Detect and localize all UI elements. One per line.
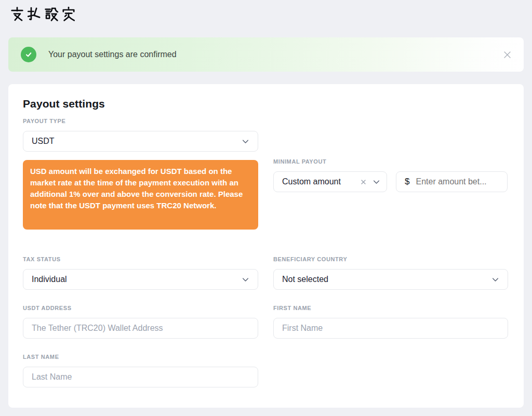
minimal-payout-mode-value: Custom amount (282, 177, 341, 186)
last-name-label: LAST NAME (23, 353, 258, 360)
chevron-down-icon (242, 276, 249, 284)
beneficiary-country-select[interactable]: Not selected (273, 269, 508, 290)
first-name-input[interactable] (273, 318, 508, 339)
payout-type-label: PAYOUT TYPE (23, 117, 258, 125)
check-circle-icon (21, 47, 36, 62)
page-title: 支払設定 (9, 7, 76, 22)
last-name-input[interactable] (23, 367, 258, 387)
kanji-glyph (9, 7, 25, 22)
tax-status-value: Individual (32, 275, 67, 284)
usdt-exchange-notice: USD amount will be exchanged for USDT ba… (23, 160, 258, 230)
minimal-payout-amount-input[interactable] (416, 177, 499, 186)
minimal-payout-mode-select[interactable]: Custom amount (273, 171, 387, 192)
minimal-payout-label: MINIMAL PAYOUT (273, 158, 508, 165)
tax-status-label: TAX STATUS (23, 256, 258, 263)
payout-type-select[interactable]: USDT (23, 131, 258, 152)
kanji-glyph (61, 7, 76, 22)
chevron-down-icon (373, 178, 380, 186)
clear-x-icon[interactable] (361, 179, 366, 185)
beneficiary-country-value: Not selected (282, 275, 328, 284)
kanji-glyph (26, 7, 42, 22)
success-banner: Your payout settings are confirmed (8, 37, 524, 72)
tax-status-select[interactable]: Individual (23, 269, 258, 290)
chevron-down-icon (242, 138, 249, 145)
dollar-sign-icon: $ (405, 177, 409, 187)
payout-settings-card: Payout settings PAYOUT TYPE USDT USD amo… (8, 84, 524, 408)
payout-type-value: USDT (32, 137, 55, 146)
usdt-address-input[interactable] (23, 318, 258, 339)
first-name-label: FIRST NAME (273, 304, 508, 312)
close-icon[interactable] (501, 48, 513, 61)
card-title: Payout settings (23, 98, 509, 110)
chevron-down-icon (491, 276, 499, 284)
beneficiary-country-label: BENEFICIARY COUNTRY (273, 256, 508, 263)
banner-message: Your payout settings are confirmed (48, 50, 177, 59)
usdt-address-label: USDT ADDRESS (23, 304, 258, 312)
minimal-payout-amount-field: $ (396, 171, 508, 192)
kanji-glyph (44, 7, 59, 22)
